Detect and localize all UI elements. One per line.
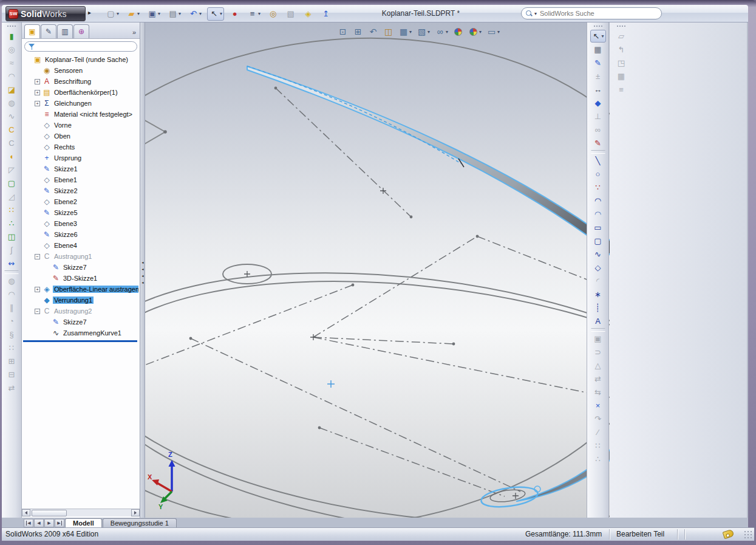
tree-item-material[interactable]: ≡ Material <nicht festgelegt>	[23, 109, 138, 120]
sketch-fillet-button[interactable]: ◜ ▾	[590, 275, 606, 287]
next-button[interactable]: ▶	[44, 519, 54, 527]
mass-properties-button[interactable]: ▧ ▾	[284, 7, 298, 21]
tree-item-skizze6[interactable]: ✎ Skizze6	[23, 229, 138, 240]
toolbar-drag-handle[interactable]	[593, 25, 603, 28]
polygon-button[interactable]: ◇ ▾	[590, 261, 606, 274]
grid-snap-button[interactable]: ▦ ▾	[590, 43, 606, 56]
swept-cut-button[interactable]: ∿	[4, 110, 19, 123]
tree-item-rechts[interactable]: ◇ Rechts	[23, 142, 138, 153]
zoom-to-area-button[interactable]: ⊞ ▾	[351, 25, 365, 38]
sketch-button[interactable]: ✎ ▾	[590, 57, 606, 69]
flex-button[interactable]: ↭	[4, 257, 19, 270]
stretch-entities-button[interactable]: ⇆ ▾	[590, 386, 606, 399]
circular-pattern-button[interactable]: ∴	[4, 217, 19, 230]
hide-show-items-button[interactable]: ∞ ▾	[433, 25, 450, 38]
loft-cut-button[interactable]: C	[4, 137, 19, 149]
tree-item-ebene4[interactable]: ◇ Ebene4	[23, 240, 138, 251]
measure-button[interactable]: ◎ ▾	[266, 7, 280, 21]
offset-entities-button[interactable]: ⊃ ▾	[590, 346, 606, 358]
tree-item-austragung1[interactable]: − C Austragung1	[23, 251, 138, 262]
surfaces-tool-button-4[interactable]: ▦	[613, 70, 629, 83]
undo-button[interactable]: ↶ ▾	[186, 7, 203, 21]
explode-button[interactable]: ⊞	[4, 355, 19, 368]
surfaces-tool-button-5[interactable]: ≡	[613, 83, 629, 96]
tree-item-oben[interactable]: ◇ Oben	[23, 131, 138, 142]
revolved-boss-button[interactable]: ◎	[4, 43, 19, 56]
dropdown-arrow-icon[interactable]: ▾	[479, 29, 482, 35]
resize-grip[interactable]	[744, 530, 752, 539]
featuremanager-tab[interactable]: ▣	[24, 24, 40, 38]
scrollbar-thumb[interactable]	[32, 510, 67, 516]
tree-item-oberflaechenkoerper[interactable]: + ▤ Oberflächenkörper(1)	[23, 87, 138, 98]
move-body-button[interactable]: ⇄	[4, 382, 19, 394]
swept-boss-button[interactable]: ≈	[4, 57, 19, 69]
tab-modell[interactable]: Modell	[65, 518, 102, 527]
revolved-cut-button[interactable]: ◍	[4, 97, 19, 109]
configurationmanager-tab[interactable]: ▥	[57, 24, 73, 38]
convert-entities-button[interactable]: ▣ ▾	[590, 332, 606, 345]
scroll-left-button[interactable]	[22, 509, 30, 516]
extruded-boss-button[interactable]: ▮	[4, 30, 19, 43]
previous-view-button[interactable]: ↶ ▾	[366, 25, 380, 38]
instant3d-button[interactable]: ◆ ▾	[590, 97, 606, 109]
select-tool-button[interactable]: ↖ ▾	[590, 30, 606, 43]
circle-button[interactable]: ○ ▾	[590, 168, 606, 180]
save-button[interactable]: ▣ ▾	[145, 7, 162, 21]
tree-item-sensoren[interactable]: ◉ Sensoren	[23, 65, 138, 76]
search-input[interactable]	[539, 9, 658, 18]
rewind-button[interactable]: ◀	[24, 519, 33, 527]
smart-dimension-button[interactable]: ↔ ▾	[590, 83, 606, 96]
rectangle-button[interactable]: ▭ ▾	[590, 221, 606, 234]
move-entities-button[interactable]: ⇄ ▾	[590, 372, 606, 385]
fillet-button[interactable]: ◖	[4, 150, 19, 163]
tab-bewegungsstudie-1[interactable]: Bewegungsstudie 1	[103, 518, 177, 527]
tree-item-skizze1[interactable]: ✎ Skizze1	[23, 163, 138, 174]
tree-expander[interactable]: +	[35, 90, 40, 95]
panel-splitter[interactable]: ◂◂◂◂	[140, 22, 145, 518]
tree-item-ebene1[interactable]: ◇ Ebene1	[23, 174, 138, 185]
tree-item-ebene3[interactable]: ◇ Ebene3	[23, 218, 138, 229]
menu-expand-arrow[interactable]: ▸	[88, 9, 91, 16]
tree-item-verrundung1[interactable]: ◆ Verrundung1	[23, 295, 138, 306]
print-button[interactable]: ▤ ▾	[166, 7, 183, 21]
options-button[interactable]: ≡ ▾	[245, 7, 262, 21]
splitter-collapse-arrows[interactable]: ◂◂◂◂	[140, 259, 145, 286]
tree-item-skizze5[interactable]: ✎ Skizze5	[23, 207, 138, 218]
swirl-button[interactable]: §	[4, 328, 19, 341]
pattern-squares-button[interactable]: ∷	[4, 341, 19, 354]
split-entities-button[interactable]: ∕ ▾	[590, 426, 606, 439]
tree-item-skizze7b[interactable]: ✎ Skizze7	[23, 317, 138, 327]
line-button[interactable]: ╲ ▾	[590, 154, 606, 167]
quick-snaps-button[interactable]: ± ▾	[590, 70, 606, 83]
tree-expander[interactable]: −	[35, 309, 40, 314]
toolbar-drag-handle[interactable]	[7, 25, 16, 28]
toolbar-drag-handle[interactable]	[616, 25, 626, 28]
mirror-button[interactable]: ◫	[4, 230, 19, 243]
attach-button[interactable]: ∥	[4, 301, 19, 314]
tree-item-ebene2[interactable]: ◇ Ebene2	[23, 196, 138, 207]
toolbar-separator[interactable]: ▾	[591, 328, 605, 332]
tree-item-gleichungen[interactable]: + Σ Gleichungen	[23, 98, 138, 109]
panel-overflow-chevron[interactable]: »	[132, 29, 138, 38]
wrap-button[interactable]: ◍	[4, 275, 19, 287]
chamfer-button[interactable]: ◸	[4, 163, 19, 176]
previous-button[interactable]: ◀	[34, 519, 44, 527]
linear-pattern-button[interactable]: ∷	[4, 204, 19, 216]
scroll-right-button[interactable]	[131, 509, 140, 516]
tree-item-3d-skizze1[interactable]: ✎ 3D-Skizze1	[23, 273, 138, 284]
dropdown-arrow-icon[interactable]: ▾	[137, 11, 140, 16]
extruded-cut-button[interactable]: ◪	[4, 83, 19, 96]
text-button[interactable]: A ▾	[590, 315, 606, 327]
view-settings-button[interactable]: ▭ ▾	[485, 25, 502, 38]
dropdown-arrow-icon[interactable]: ▾	[179, 11, 181, 16]
tree-expander[interactable]: −	[35, 254, 40, 259]
dome-button[interactable]: ◠	[4, 288, 19, 301]
tree-item-beschriftung[interactable]: + A Beschriftung	[23, 76, 138, 87]
tree-item-vorne[interactable]: ◇ Vorne	[23, 120, 138, 131]
tree-item-skizze2[interactable]: ✎ Skizze2	[23, 185, 138, 196]
propertymanager-tab[interactable]: ✎	[41, 24, 56, 38]
spline-button[interactable]: ∿ ▾	[590, 248, 606, 261]
edit-appearance-button[interactable]: ● ▾	[451, 25, 465, 38]
toolbar-separator[interactable]: ▾	[591, 150, 605, 154]
shell-button[interactable]: ▢	[4, 177, 19, 190]
